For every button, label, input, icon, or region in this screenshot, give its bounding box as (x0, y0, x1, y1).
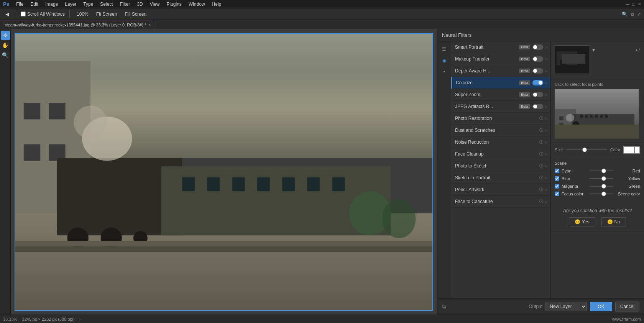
menu-select[interactable]: Select (97, 1, 116, 8)
maximize-btn[interactable]: □ (632, 2, 635, 7)
close-btn[interactable]: × (638, 2, 641, 7)
scene-slider-cyan[interactable] (590, 171, 614, 171)
filter-item-jpeg-artifacts[interactable]: JPEG Artifacts R... Beta › (451, 101, 550, 113)
tab-close-button[interactable]: × (148, 23, 151, 27)
canvas-image (15, 34, 432, 310)
color-swatch-container[interactable] (623, 146, 640, 154)
zoom-tool[interactable]: 🔍 (1, 51, 10, 60)
scene-right-magenta: Green (617, 184, 640, 189)
filter-toggle-jpeg-artifacts[interactable] (532, 104, 543, 109)
scroll-all-windows-checkbox[interactable]: Scroll All Windows (21, 11, 65, 17)
scene-checkbox-magenta[interactable] (555, 184, 559, 189)
info-icon[interactable]: ⓘ (539, 163, 543, 169)
color-swatch-main[interactable] (624, 146, 634, 153)
thumbnail-dropdown-icon[interactable]: ▾ (592, 47, 595, 53)
filter-item-dust-scratches[interactable]: Dust and Scratches ⓘ › (451, 125, 550, 136)
info-icon[interactable]: ⓘ (539, 151, 543, 157)
filter-toggle-depth-aware[interactable] (532, 68, 543, 74)
filter-item-sketch-portrait[interactable]: Sketch to Portrait ⓘ › (451, 172, 550, 184)
focal-points-preview[interactable] (555, 89, 639, 139)
filter-toggle-colorize[interactable] (532, 80, 543, 85)
size-slider[interactable] (566, 149, 607, 150)
back-button[interactable]: ◀ (3, 11, 11, 18)
minimize-btn[interactable]: ─ (626, 2, 629, 7)
arrange-icon[interactable]: ⧉ (631, 11, 634, 17)
filter-name-face-cleanup: Face Cleanup (455, 151, 536, 157)
filter-item-super-zoom[interactable]: Super Zoom Beta › (451, 89, 550, 101)
ok-button[interactable]: OK (590, 302, 612, 311)
filter-item-photo-restoration[interactable]: Photo Restoration ⓘ › (451, 113, 550, 125)
scene-slider-thumb-focus-color[interactable] (601, 192, 606, 196)
filter-item-face-cleanup[interactable]: Face Cleanup ⓘ › (451, 148, 550, 160)
fill-screen-button[interactable]: Fill Screen (122, 11, 149, 18)
menu-edit[interactable]: Edit (27, 1, 41, 8)
info-icon[interactable]: ⓘ (539, 139, 543, 145)
menu-view[interactable]: View (147, 1, 163, 8)
info-icon[interactable]: ⓘ (539, 199, 543, 204)
filter-toggle-smart-portrait[interactable] (532, 44, 543, 50)
main-area: ✥ ✋ 🔍 (0, 29, 644, 315)
expand-icon[interactable]: ⤢ (637, 11, 641, 17)
chevron-right-icon: › (545, 140, 547, 144)
filter-item-smart-portrait[interactable]: Smart Portrait Beta › (451, 41, 550, 53)
scroll-all-windows-input[interactable] (21, 11, 26, 16)
color-label: Color (610, 148, 620, 152)
filter-name-face-caricature: Face to Caricature (455, 199, 536, 204)
info-icon[interactable]: ⓘ (539, 187, 543, 192)
scene-slider-thumb-magenta[interactable] (601, 184, 606, 189)
filter-item-depth-aware[interactable]: Depth-Aware H... Beta › (451, 65, 550, 77)
menu-help[interactable]: Help (209, 1, 225, 8)
zoom-level-button[interactable]: 100% (74, 11, 91, 18)
filter-item-photo-sketch[interactable]: Photo to Sketch ⓘ › (451, 160, 550, 172)
feedback-yes-button[interactable]: 😊 Yes (569, 217, 595, 226)
menu-image[interactable]: Image (42, 1, 61, 8)
cancel-button[interactable]: Cancel (615, 302, 639, 312)
info-icon[interactable]: ⓘ (539, 175, 543, 180)
layers-icon[interactable]: ⧉ (442, 303, 446, 310)
filter-toggle-makeup-transfer[interactable] (532, 56, 543, 62)
feedback-no-button[interactable]: 😕 No (601, 217, 626, 226)
scene-checkbox-blue[interactable] (555, 176, 559, 181)
info-icon[interactable]: ⓘ (539, 128, 543, 133)
filter-eye-icon[interactable]: ◉ (440, 56, 449, 65)
menu-filter[interactable]: Filter (117, 1, 133, 8)
chevron-right-icon: › (545, 57, 547, 61)
fit-screen-button[interactable]: Fit Screen (94, 11, 120, 18)
menu-file[interactable]: File (13, 1, 26, 8)
filter-item-makeup-transfer[interactable]: Makeup Transfer Beta › (451, 53, 550, 65)
filter-name-photo-sketch: Photo to Sketch (455, 163, 536, 169)
menu-3d[interactable]: 3D (134, 1, 146, 8)
scene-checkbox-cyan[interactable] (555, 169, 559, 173)
filter-scroll-area[interactable]: Smart Portrait Beta › Makeup Transfer Be… (451, 41, 550, 298)
active-tab[interactable]: steam-railway-furka-bergstrecke-1395441.… (0, 21, 156, 29)
info-icon[interactable]: ⓘ (539, 116, 543, 121)
menu-plugins[interactable]: Plugins (164, 1, 185, 8)
filter-item-colorize[interactable]: Colorize Beta › (451, 77, 550, 89)
undo-button[interactable]: ↩ (636, 47, 640, 53)
filter-list-icon[interactable]: ☰ (440, 44, 449, 54)
menu-layer[interactable]: Layer (62, 1, 79, 8)
svg-rect-13 (257, 177, 270, 191)
canvas-area[interactable] (11, 29, 437, 315)
move-tool[interactable]: ✥ (1, 31, 10, 40)
svg-point-18 (74, 105, 107, 139)
size-slider-thumb[interactable] (582, 148, 587, 152)
menu-type[interactable]: Type (80, 1, 96, 8)
scene-checkbox-focus-color[interactable] (555, 192, 559, 196)
scene-slider-magenta[interactable] (590, 186, 614, 187)
filter-item-noise-reduction[interactable]: Noise Reduction ⓘ › (451, 136, 550, 148)
scene-slider-thumb-cyan[interactable] (601, 169, 606, 173)
chevron-right-icon: › (545, 93, 547, 97)
scene-slider-focus-color[interactable] (590, 193, 614, 194)
scene-slider-thumb-blue[interactable] (601, 176, 606, 181)
filter-item-face-caricature[interactable]: Face to Caricature ⓘ › (451, 196, 550, 208)
hand-tool[interactable]: ✋ (1, 41, 10, 50)
filter-dot-icon[interactable]: • (440, 67, 449, 77)
filter-item-pencil-artwork[interactable]: Pencil Artwork ⓘ › (451, 184, 550, 196)
search-icon[interactable]: 🔍 (622, 11, 628, 17)
menu-window[interactable]: Window (186, 1, 208, 8)
filter-name-depth-aware: Depth-Aware H... (455, 68, 517, 74)
output-select[interactable]: New Layer Smart Object Current Layer (545, 302, 587, 311)
scene-slider-blue[interactable] (590, 178, 614, 179)
filter-toggle-super-zoom[interactable] (532, 92, 543, 97)
